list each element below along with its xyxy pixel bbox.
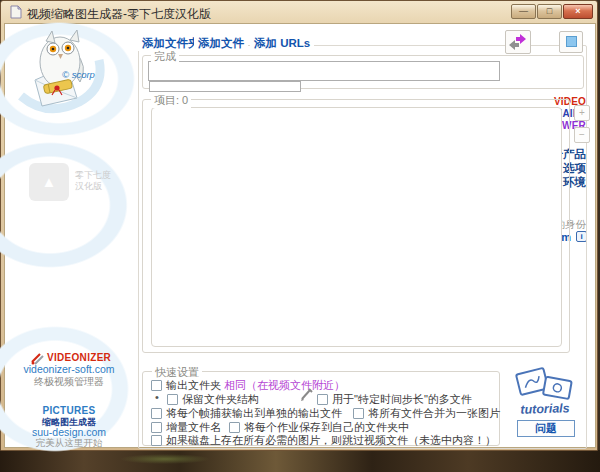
merge-all-label: 将所有文件合并为一张图片 xyxy=(368,406,500,421)
translation-badge: 零下七度 汉化版 xyxy=(75,170,111,192)
keep-structure-checkbox[interactable] xyxy=(167,394,178,405)
minimize-button[interactable]: — xyxy=(511,4,536,19)
stop-square-icon xyxy=(566,36,577,47)
progress-bar-current xyxy=(149,81,301,92)
copyright-label: © scorp xyxy=(62,69,95,80)
quick-settings-title: 快速设置 xyxy=(152,365,202,380)
pictures-title: PICTURES xyxy=(5,405,133,416)
tutorials-logo[interactable] xyxy=(510,366,580,404)
skip-existing-label: 如果磁盘上存在所有必需的图片，则跳过视频文件（未选中内容！） xyxy=(166,433,496,448)
tutorials-label[interactable]: tutorials xyxy=(508,401,582,418)
done-label: 完成 xyxy=(151,49,179,64)
videonizer-icon xyxy=(31,351,45,363)
update-arrow-button[interactable]: ▲ xyxy=(29,163,69,201)
keep-structure-label: 保留文件夹结构 xyxy=(182,392,259,407)
videonizer-subtitle: 终极视频管理器 xyxy=(5,375,133,389)
titlebar[interactable]: 视频缩略图生成器-零下七度汉化版 — □ × xyxy=(1,1,597,23)
close-button[interactable]: × xyxy=(563,4,593,19)
questions-button[interactable]: 问题 xyxy=(517,420,575,437)
pictures-tagline: 完美从这里开始 xyxy=(5,437,133,450)
screen: 视频缩略图生成器-零下七度汉化版 — □ × xyxy=(0,0,600,472)
output-folder-checkbox[interactable] xyxy=(151,380,162,391)
job-own-folder-checkbox[interactable] xyxy=(229,422,240,433)
item-add-button[interactable]: + xyxy=(574,105,590,121)
skip-existing-checkbox[interactable] xyxy=(151,435,162,446)
incremental-name-checkbox[interactable] xyxy=(151,422,162,433)
time-step-multi-checkbox[interactable] xyxy=(317,394,328,405)
progress-bar-total xyxy=(148,61,500,81)
client-area: © scorp VIDEO THUMBNAILS MAKER + VIEWER … xyxy=(4,23,596,448)
separate-output-label: 将每个帧捕获输出到单独的输出文件 xyxy=(166,406,342,421)
swirl-decoration xyxy=(0,120,155,290)
videonizer-title: VIDEONIZER xyxy=(47,352,111,363)
merge-all-checkbox[interactable] xyxy=(353,408,364,419)
bullet-icon: • xyxy=(155,391,159,403)
items-count-label: 项目: 0 xyxy=(151,93,191,108)
transfer-arrows-icon xyxy=(506,39,530,56)
maximize-button[interactable]: □ xyxy=(537,4,562,19)
up-arrow-icon: ▲ xyxy=(42,173,57,190)
app-window: 视频缩略图生成器-零下七度汉化版 — □ × xyxy=(0,0,598,451)
separate-output-checkbox[interactable] xyxy=(151,408,162,419)
add-files-link[interactable]: 添加文件 xyxy=(194,36,248,51)
items-listbox[interactable] xyxy=(151,107,562,347)
pencil-icon xyxy=(299,388,314,402)
output-folder-label: 输出文件夹 xyxy=(166,378,221,393)
window-title: 视频缩略图生成器-零下七度汉化版 xyxy=(27,6,211,23)
desktop-wallpaper xyxy=(0,450,600,472)
videonizer-link[interactable]: videonizer-soft.com xyxy=(5,363,133,375)
same-folder-link[interactable]: 相同（在视频文件附近） xyxy=(224,378,345,393)
item-remove-button[interactable]: − xyxy=(574,127,590,143)
stop-button[interactable] xyxy=(559,31,583,53)
time-step-multi-label: 用于"特定时间步长"的多文件 xyxy=(332,392,472,407)
app-icon xyxy=(9,5,22,19)
run-button[interactable] xyxy=(505,30,531,54)
add-urls-link[interactable]: 添加 URLs xyxy=(250,36,314,51)
